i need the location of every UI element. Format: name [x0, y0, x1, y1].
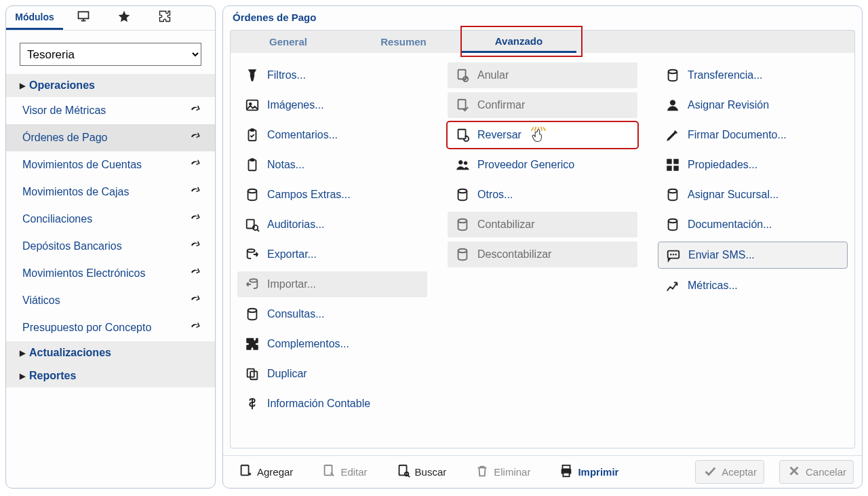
nav-item-depositos[interactable]: Depósitos Bancarios — [6, 233, 215, 260]
tab-monitor[interactable] — [63, 6, 104, 30]
action-label: Exportar... — [267, 248, 317, 261]
action-asignar-revision[interactable]: Asignar Revisión — [658, 92, 848, 118]
action-descontabilizar[interactable]: Descontabilizar — [448, 242, 637, 267]
aceptar-button[interactable]: Aceptar — [695, 460, 764, 484]
nav-item-label: Movimientos de Cajas — [22, 186, 129, 198]
action-asignar-sucursal[interactable]: Asignar Sucursal... — [658, 182, 848, 208]
module-select-input[interactable]: Tesoreria — [20, 43, 201, 66]
action-column-1: Filtros... Imágenes... Comentarios... No… — [237, 62, 427, 438]
action-consultas[interactable]: Consultas... — [237, 301, 427, 327]
tab-label: General — [269, 36, 307, 47]
action-complementos[interactable]: Complementos... — [237, 331, 427, 357]
action-notas[interactable]: Notas... — [237, 152, 427, 178]
action-propiedades[interactable]: Propiedades... — [658, 152, 848, 178]
action-confirmar[interactable]: Confirmar — [448, 92, 637, 118]
users-icon — [454, 157, 471, 173]
tab-avanzado[interactable]: Avanzado — [461, 31, 576, 53]
nav-item-mov-cuentas[interactable]: Movimientos de Cuentas — [6, 151, 215, 178]
nav-item-mov-cajas[interactable]: Movimientos de Cajas — [6, 178, 215, 206]
action-firmar-documento[interactable]: Firmar Documento... — [658, 122, 848, 148]
svg-point-10 — [250, 279, 257, 282]
action-label: Reversar — [477, 129, 521, 141]
action-otros[interactable]: Otros... — [448, 182, 637, 208]
page-search-icon — [396, 463, 411, 480]
nav-item-label: Movimientos Electrónicos — [22, 267, 145, 280]
action-metricas[interactable]: Métricas... — [658, 273, 848, 299]
action-label: Información Contable — [267, 398, 370, 410]
svg-point-34 — [675, 254, 677, 255]
action-body: Filtros... Imágenes... Comentarios... No… — [230, 53, 855, 449]
action-label: Complementos... — [267, 338, 349, 350]
dollar-icon — [244, 396, 260, 412]
action-label: Auditorias... — [267, 218, 324, 231]
check-icon — [703, 463, 717, 480]
tab-favorites[interactable] — [104, 6, 144, 30]
action-anular[interactable]: Anular — [448, 62, 637, 88]
action-campos-extras[interactable]: Campos Extras... — [237, 182, 427, 208]
tab-label: Resumen — [380, 36, 427, 47]
flashlight-icon — [244, 67, 260, 83]
module-select[interactable]: Tesoreria — [20, 43, 201, 66]
nav-group-label: Reportes — [29, 370, 76, 382]
clipboard-icon — [244, 157, 260, 173]
action-contabilizar[interactable]: Contabilizar — [448, 212, 637, 237]
nav-item-label: Visor de Métricas — [22, 104, 106, 117]
nav-item-mov-electronicos[interactable]: Movimientos Electrónicos — [6, 260, 215, 287]
action-label: Importar... — [267, 278, 316, 290]
eliminar-button[interactable]: Eliminar — [468, 461, 537, 483]
nav-item-visor-metricas[interactable]: Visor de Métricas — [6, 97, 215, 124]
action-duplicar[interactable]: Duplicar — [237, 361, 427, 387]
cancelar-button[interactable]: Cancelar — [779, 460, 854, 484]
svg-rect-2 — [249, 130, 256, 141]
agregar-button[interactable]: Agregar — [231, 461, 300, 483]
action-enviar-sms[interactable]: Enviar SMS... — [658, 242, 848, 269]
tab-resumen[interactable]: Resumen — [346, 31, 461, 53]
tab-general[interactable]: General — [231, 31, 346, 53]
nav-item-ordenes-pago[interactable]: Órdenes de Pago — [6, 124, 215, 151]
svg-point-33 — [673, 254, 674, 255]
action-label: Contabilizar — [477, 218, 534, 231]
tab-modulos-label: Módulos — [15, 12, 54, 22]
copy-icon — [244, 366, 260, 382]
nav-group-operaciones[interactable]: ▶ Operaciones — [6, 74, 215, 97]
clipboard-check-icon — [244, 127, 260, 143]
action-reversar[interactable]: Reversar — [448, 122, 637, 148]
nav-item-presupuesto[interactable]: Presupuesto por Concepto — [6, 314, 215, 341]
action-imagenes[interactable]: Imágenes... — [237, 92, 427, 118]
svg-rect-17 — [458, 130, 466, 139]
tab-extensions[interactable] — [144, 6, 185, 30]
editar-button[interactable]: Editar — [315, 461, 374, 483]
imprimir-button[interactable]: Imprimir — [552, 461, 625, 483]
nav-item-label: Viáticos — [22, 294, 60, 307]
nav-item-viaticos[interactable]: Viáticos — [6, 287, 215, 314]
action-documentacion[interactable]: Documentación... — [658, 212, 848, 237]
chat-icon — [665, 247, 682, 263]
svg-rect-35 — [241, 465, 249, 476]
nav-group-actualizaciones[interactable]: ▶ Actualizaciones — [6, 341, 215, 364]
database-icon — [454, 216, 471, 233]
buscar-button[interactable]: Buscar — [389, 461, 454, 483]
action-label: Consultas... — [267, 308, 324, 320]
svg-rect-39 — [563, 465, 570, 470]
svg-point-22 — [458, 249, 467, 253]
svg-point-24 — [670, 100, 675, 105]
svg-point-30 — [669, 219, 677, 223]
action-exportar[interactable]: Exportar... — [237, 242, 427, 267]
database-icon — [665, 216, 681, 233]
action-auditorias[interactable]: Auditorias... — [237, 212, 427, 237]
action-column-2: Anular Confirmar Reversar — [448, 62, 637, 438]
action-importar[interactable]: Importar... — [237, 271, 427, 297]
action-transferencia[interactable]: Transferencia... — [658, 62, 848, 88]
nav-item-conciliaciones[interactable]: Conciliaciones — [6, 206, 215, 233]
action-filtros[interactable]: Filtros... — [237, 62, 427, 88]
star-icon — [117, 9, 131, 25]
svg-point-9 — [248, 249, 255, 252]
tab-modulos[interactable]: Módulos — [6, 6, 63, 30]
action-comentarios[interactable]: Comentarios... — [237, 122, 427, 148]
trash-icon — [475, 463, 490, 480]
action-info-contable[interactable]: Información Contable — [237, 391, 427, 417]
database-icon — [244, 187, 260, 203]
nav-group-reportes[interactable]: ▶ Reportes — [6, 364, 215, 387]
action-label: Filtros... — [267, 69, 306, 81]
action-proveedor-generico[interactable]: Proveedor Generico — [448, 152, 637, 178]
